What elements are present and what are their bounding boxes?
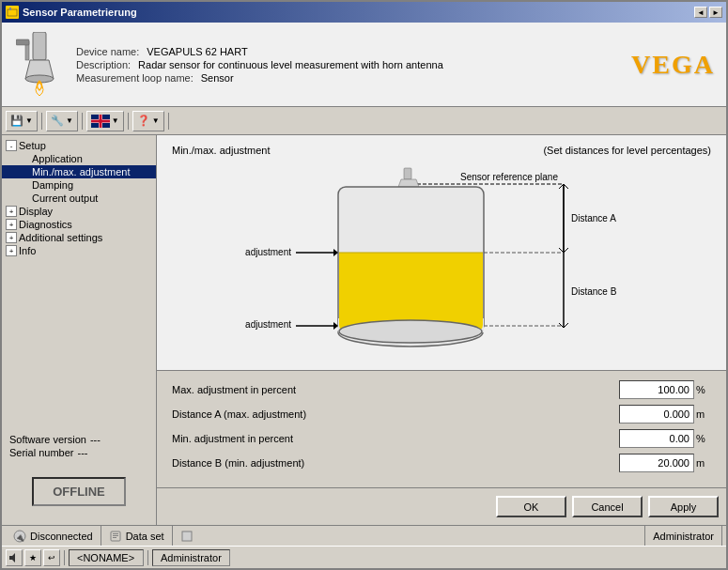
sidebar-item-current-output[interactable]: Current output — [2, 192, 156, 205]
form-input-group-2: % — [619, 429, 711, 448]
window-title: Sensor Parametrierung — [23, 7, 137, 18]
svg-rect-47 — [113, 537, 116, 538]
additional-label: Additional settings — [19, 232, 102, 243]
sidebar-item-setup[interactable]: - Setup — [2, 139, 156, 152]
svg-rect-1 — [9, 8, 11, 10]
svg-line-17 — [559, 184, 564, 189]
main-window: Sensor Parametrierung ◄ ► — [0, 0, 728, 570]
save-button[interactable]: 💾▼ — [6, 111, 38, 131]
max-adj-percent-input[interactable] — [619, 380, 694, 399]
svg-rect-2 — [33, 32, 46, 60]
taskbar-sep-2 — [147, 550, 148, 565]
diagram-title: Min./max. adjustment (Set distances for … — [172, 145, 711, 156]
diagram-title-text: Min./max. adjustment — [172, 145, 271, 156]
form-label-1: Distance A (max. adjustment) — [172, 408, 619, 420]
tools-button[interactable]: 🔧▼ — [46, 111, 78, 131]
toggle-setup[interactable]: - — [6, 140, 17, 151]
svg-point-41 — [339, 320, 482, 343]
toggle-display[interactable]: + — [6, 206, 17, 217]
toolbar-sep-2 — [82, 113, 83, 130]
titlebar-controls: ◄ ► — [694, 7, 722, 18]
device-name-value: VEGAPULS 62 HART — [147, 46, 247, 57]
form-label-3: Distance B (min. adjustment) — [172, 457, 619, 469]
svg-rect-0 — [8, 9, 17, 16]
dataset-icon — [109, 530, 122, 543]
taskbar-speaker-button[interactable] — [6, 549, 23, 566]
form-input-group-1: m — [619, 405, 711, 424]
toolbar: 💾▼ 🔧▼ ▼ ❓▼ — [2, 107, 726, 135]
maximize-button[interactable]: ► — [709, 7, 722, 18]
status-box-icon — [180, 530, 194, 543]
svg-rect-46 — [113, 535, 118, 536]
toolbar-sep-3 — [128, 113, 129, 130]
toggle-info[interactable]: + — [6, 245, 17, 256]
sidebar-item-additional[interactable]: + Additional settings — [2, 231, 156, 244]
taskbar-star-button[interactable]: ★ — [24, 549, 41, 566]
damping-label: Damping — [32, 179, 73, 191]
administrator-label: Administrator — [653, 531, 714, 542]
svg-rect-48 — [182, 531, 192, 541]
diagnostics-label: Diagnostics — [19, 219, 72, 230]
min-max-label: Min./max. adjustment — [32, 166, 131, 177]
svg-text:🔌: 🔌 — [15, 532, 24, 542]
toggle-additional[interactable]: + — [6, 232, 17, 243]
distance-b-unit: m — [696, 457, 711, 469]
max-adj-percent-unit: % — [696, 384, 711, 395]
sidebar-item-min-max[interactable]: Min./max. adjustment — [2, 165, 156, 178]
form-row-2: Min. adjustment in percent % — [172, 429, 711, 448]
language-button[interactable]: ▼ — [86, 111, 124, 131]
taskbar-sep-1 — [64, 550, 65, 565]
offline-button[interactable]: OFFLINE — [32, 477, 126, 506]
serial-value: --- — [77, 447, 87, 458]
diagram-subtitle: (Set distances for level percentages) — [543, 145, 711, 156]
diagram-area: Min./max. adjustment (Set distances for … — [157, 135, 726, 370]
right-panel: Min./max. adjustment (Set distances for … — [157, 135, 726, 525]
ok-button[interactable]: OK — [496, 496, 566, 517]
taskbar-noname-label: <NONAME> — [77, 552, 134, 563]
svg-rect-14 — [404, 168, 411, 179]
loop-label: Measurement loop name: — [76, 72, 194, 84]
sidebar-item-damping[interactable]: Damping — [2, 178, 156, 192]
sidebar: - Setup Application Min./max. adjustment… — [2, 135, 157, 525]
form-input-group-0: % — [619, 380, 711, 399]
header: Device name: VEGAPULS 62 HART Descriptio… — [2, 23, 726, 107]
form-row-1: Distance A (max. adjustment) m — [172, 405, 711, 424]
description-value: Radar sensor for continuous level measur… — [138, 59, 443, 70]
sidebar-item-info[interactable]: + Info — [2, 244, 156, 257]
minimize-button[interactable]: ◄ — [694, 7, 707, 18]
vega-logo: VEGA — [631, 50, 715, 80]
toggle-diagnostics[interactable]: + — [6, 219, 17, 230]
distance-b-input[interactable] — [619, 454, 694, 472]
sidebar-item-display[interactable]: + Display — [2, 205, 156, 218]
serial-label: Serial number — [9, 447, 73, 458]
taskbar-admin-item[interactable]: Administrator — [152, 549, 230, 566]
svg-text:Sensor reference plane: Sensor reference plane — [460, 172, 558, 182]
titlebar: Sensor Parametrierung ◄ ► — [2, 2, 726, 23]
disconnected-icon: 🔌 — [13, 530, 26, 543]
taskbar-arrow-button[interactable]: ↩ — [43, 549, 60, 566]
sidebar-item-application[interactable]: Application — [2, 152, 156, 165]
cancel-button[interactable]: Cancel — [572, 496, 643, 517]
sw-version-value: --- — [90, 434, 101, 445]
status-administrator: Administrator — [645, 526, 722, 546]
distance-a-unit: m — [696, 408, 711, 420]
sensor-icon — [13, 32, 65, 98]
status-disconnected: 🔌 Disconnected — [6, 526, 101, 546]
dataset-label: Data set — [126, 531, 164, 542]
taskbar-noname-item[interactable]: <NONAME> — [69, 549, 144, 566]
device-name-label: Device name: — [76, 46, 139, 57]
help-button[interactable]: ❓▼ — [132, 111, 164, 131]
sidebar-item-diagnostics[interactable]: + Diagnostics — [2, 218, 156, 231]
min-adj-percent-unit: % — [696, 433, 711, 444]
distance-a-input[interactable] — [619, 405, 694, 424]
setup-label: Setup — [19, 140, 46, 151]
taskbar-admin-label: Administrator — [161, 552, 222, 563]
svg-text:Distance B: Distance B — [571, 286, 617, 297]
toolbar-sep-1 — [41, 113, 42, 130]
apply-button[interactable]: Apply — [648, 496, 719, 517]
form-area: Max. adjustment in percent % Distance A … — [157, 370, 726, 487]
min-adj-percent-input[interactable] — [619, 429, 694, 448]
svg-line-25 — [564, 323, 568, 328]
form-row-3: Distance B (min. adjustment) m — [172, 454, 711, 472]
svg-rect-45 — [113, 533, 118, 534]
